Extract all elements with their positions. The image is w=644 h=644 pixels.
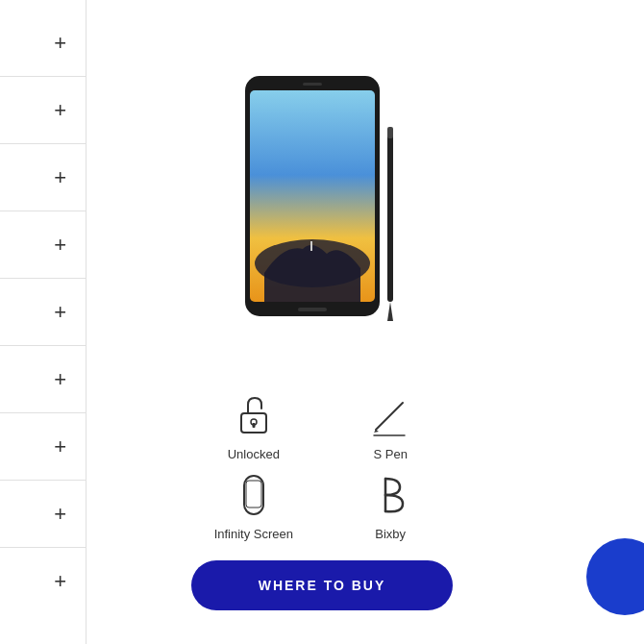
screen-icon — [230, 471, 278, 519]
svg-rect-6 — [387, 129, 393, 302]
sidebar-item-9[interactable]: + — [0, 548, 86, 615]
feature-unlocked-label: Unlocked — [228, 447, 280, 461]
main-content: Unlocked S Pen Infinity Screen — [87, 0, 557, 644]
sidebar-item-6[interactable]: + — [0, 346, 86, 413]
bottom-area: WHERE TO BUY — [87, 560, 557, 644]
feature-bixby-label: Bixby — [375, 527, 406, 541]
expand-icon-5: + — [54, 302, 66, 323]
svg-rect-8 — [387, 127, 393, 138]
feature-bixby: Bixby — [351, 471, 430, 541]
pen-icon — [366, 391, 414, 439]
features-grid: Unlocked S Pen Infinity Screen — [176, 391, 469, 541]
feature-infinity-screen-label: Infinity Screen — [214, 527, 293, 541]
sidebar: + + + + + + + + + — [0, 0, 87, 644]
svg-marker-13 — [374, 430, 379, 433]
svg-rect-11 — [252, 423, 255, 428]
svg-rect-5 — [298, 308, 327, 311]
svg-line-12 — [376, 403, 403, 430]
svg-marker-7 — [387, 302, 393, 321]
phone-product-image — [216, 71, 428, 340]
svg-rect-16 — [246, 481, 261, 508]
expand-icon-2: + — [54, 100, 66, 121]
sidebar-item-8[interactable]: + — [0, 481, 86, 548]
sidebar-item-5[interactable]: + — [0, 279, 86, 346]
expand-icon-3: + — [54, 167, 66, 188]
product-image-area — [87, 0, 557, 391]
sidebar-item-4[interactable]: + — [0, 211, 86, 279]
lock-open-icon — [230, 391, 278, 439]
expand-icon-7: + — [54, 436, 66, 458]
right-action-button[interactable] — [586, 538, 644, 615]
expand-icon-6: + — [54, 369, 66, 390]
feature-spen-label: S Pen — [373, 447, 407, 461]
expand-icon-1: + — [54, 33, 66, 54]
expand-icon-4: + — [54, 235, 66, 256]
where-to-buy-button[interactable]: WHERE TO BUY — [191, 560, 454, 610]
sidebar-item-3[interactable]: + — [0, 144, 86, 211]
sidebar-item-1[interactable]: + — [0, 10, 86, 77]
right-panel — [557, 0, 644, 644]
feature-infinity-screen: Infinity Screen — [214, 471, 293, 541]
sidebar-item-7[interactable]: + — [0, 413, 86, 481]
svg-rect-4 — [303, 83, 322, 86]
expand-icon-8: + — [54, 504, 66, 525]
sidebar-item-2[interactable]: + — [0, 77, 86, 144]
bixby-icon — [366, 471, 414, 519]
feature-unlocked: Unlocked — [214, 391, 293, 461]
expand-icon-9: + — [54, 571, 66, 592]
svg-rect-3 — [310, 241, 312, 251]
feature-spen: S Pen — [351, 391, 430, 461]
